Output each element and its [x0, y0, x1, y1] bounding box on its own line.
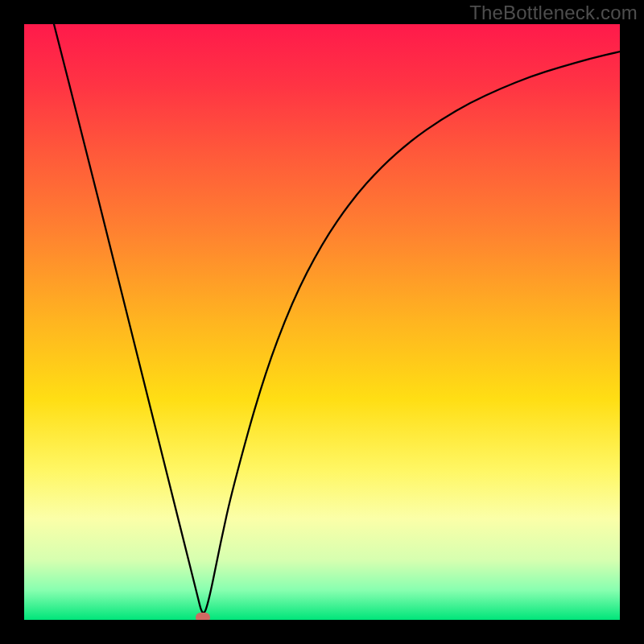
optimal-point-marker: [196, 613, 210, 620]
watermark-text: TheBottleneck.com: [469, 2, 638, 24]
chart-frame: TheBottleneck.com: [0, 0, 644, 644]
plot-area: [24, 24, 620, 620]
bottleneck-curve: [24, 24, 620, 620]
